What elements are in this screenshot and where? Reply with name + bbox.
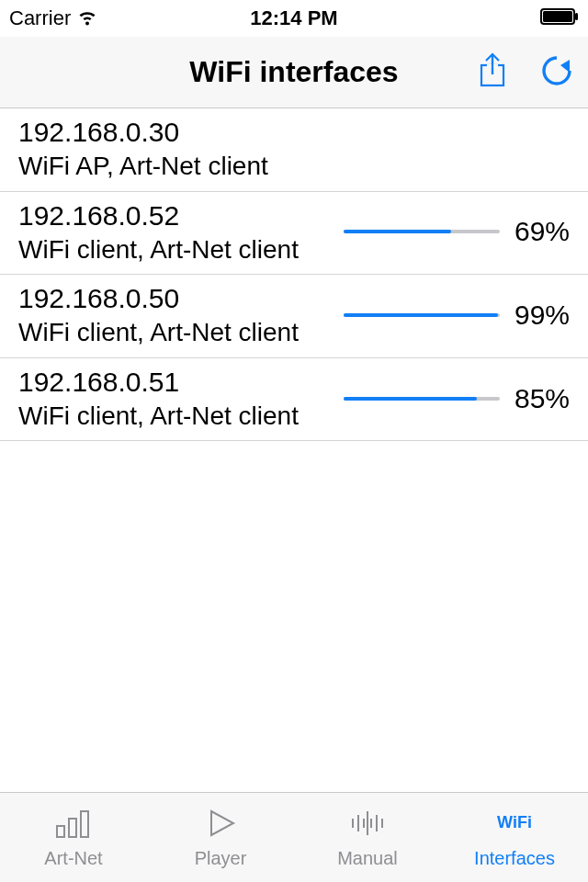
row-description: WiFi client, Art-Net client bbox=[18, 317, 329, 348]
progress-percent: 99% bbox=[507, 300, 570, 331]
status-bar: Carrier 12:14 PM bbox=[0, 0, 588, 37]
row-ip: 192.168.0.50 bbox=[18, 282, 329, 315]
status-left: Carrier bbox=[9, 5, 98, 32]
row-text: 192.168.0.52WiFi client, Art-Net client bbox=[18, 199, 329, 266]
row-description: WiFi client, Art-Net client bbox=[18, 401, 329, 432]
row-text: 192.168.0.50WiFi client, Art-Net client bbox=[18, 282, 329, 348]
svg-rect-1 bbox=[543, 11, 572, 22]
tab-artnet[interactable]: Art-Net bbox=[0, 793, 147, 882]
svg-text:WiFi: WiFi bbox=[497, 813, 532, 831]
tab-manual[interactable]: Manual bbox=[294, 793, 441, 882]
battery-icon bbox=[540, 6, 579, 30]
svg-rect-2 bbox=[575, 13, 578, 20]
tab-label: Player bbox=[195, 848, 247, 869]
tab-player[interactable]: Player bbox=[147, 793, 294, 882]
svg-rect-10 bbox=[81, 811, 88, 837]
svg-rect-9 bbox=[69, 819, 76, 837]
share-button[interactable] bbox=[472, 51, 513, 95]
tab-interfaces[interactable]: WiFiInterfaces bbox=[441, 793, 588, 882]
row-description: WiFi AP, Art-Net client bbox=[18, 151, 570, 182]
manual-icon bbox=[345, 806, 390, 844]
progress-fill bbox=[344, 230, 451, 233]
row-text: 192.168.0.30WiFi AP, Art-Net client bbox=[18, 116, 570, 182]
refresh-button[interactable] bbox=[537, 51, 577, 95]
page-title: WiFi interfaces bbox=[189, 55, 398, 89]
progress-percent: 85% bbox=[507, 383, 570, 414]
nav-actions bbox=[472, 51, 577, 95]
svg-marker-11 bbox=[211, 811, 233, 835]
interfaces-list[interactable]: 192.168.0.30WiFi AP, Art-Net client192.1… bbox=[0, 108, 588, 792]
row-ip: 192.168.0.52 bbox=[18, 199, 329, 232]
row-ip: 192.168.0.30 bbox=[18, 116, 570, 149]
tab-label: Interfaces bbox=[474, 848, 555, 869]
interface-row[interactable]: 192.168.0.50WiFi client, Art-Net client9… bbox=[0, 275, 588, 358]
artnet-icon bbox=[51, 806, 96, 844]
row-progress-container: 85% bbox=[344, 383, 570, 414]
row-progress-container: 69% bbox=[344, 216, 570, 247]
wifi-icon bbox=[76, 5, 98, 32]
svg-rect-8 bbox=[57, 826, 64, 837]
interface-row[interactable]: 192.168.0.30WiFi AP, Art-Net client bbox=[0, 108, 588, 192]
row-description: WiFi client, Art-Net client bbox=[18, 234, 329, 266]
progress-percent: 69% bbox=[507, 216, 570, 247]
carrier-label: Carrier bbox=[9, 6, 71, 30]
progress-fill bbox=[344, 313, 498, 317]
progress-bar bbox=[344, 230, 500, 233]
row-text: 192.168.0.51WiFi client, Art-Net client bbox=[18, 366, 329, 432]
navigation-bar: WiFi interfaces bbox=[0, 37, 588, 108]
row-ip: 192.168.0.51 bbox=[18, 366, 329, 399]
player-icon bbox=[198, 806, 243, 844]
tab-label: Art-Net bbox=[44, 848, 102, 869]
tab-bar: Art-NetPlayerManualWiFiInterfaces bbox=[0, 792, 588, 882]
svg-marker-7 bbox=[560, 60, 570, 73]
tab-label: Manual bbox=[337, 848, 398, 869]
status-time: 12:14 PM bbox=[250, 6, 337, 30]
progress-fill bbox=[344, 397, 477, 401]
interface-row[interactable]: 192.168.0.52WiFi client, Art-Net client6… bbox=[0, 192, 588, 276]
progress-bar bbox=[344, 397, 500, 401]
interface-row[interactable]: 192.168.0.51WiFi client, Art-Net client8… bbox=[0, 358, 588, 442]
row-progress-container: 99% bbox=[344, 300, 570, 331]
status-right bbox=[540, 6, 579, 30]
interfaces-icon: WiFi bbox=[492, 806, 537, 844]
progress-bar bbox=[344, 313, 500, 317]
